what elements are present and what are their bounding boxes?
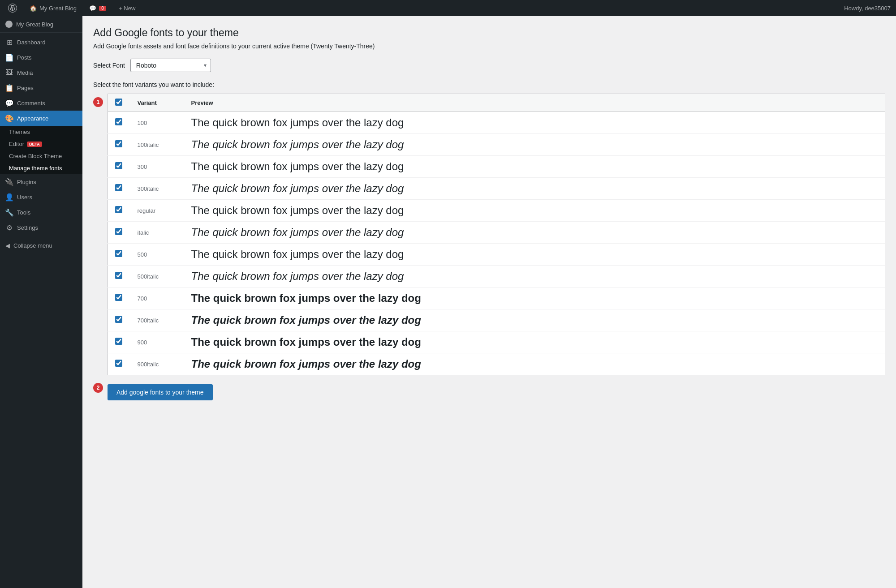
table-row: 100The quick brown fox jumps over the la…: [108, 112, 885, 134]
variant-preview-100italic: The quick brown fox jumps over the lazy …: [184, 134, 885, 156]
row-checkbox-cell: [108, 134, 130, 156]
row-checkbox-cell: [108, 288, 130, 309]
sidebar-item-settings[interactable]: ⚙ Settings: [0, 220, 82, 235]
page-subtitle: Add Google fonts assets and font face de…: [93, 43, 885, 50]
beta-badge: beta: [27, 142, 42, 147]
variant-name-100italic: 100italic: [130, 134, 184, 156]
site-name-bar[interactable]: 🏠 My Great Blog: [27, 0, 79, 16]
sidebar-item-manage-theme-fonts[interactable]: Manage theme fonts: [0, 162, 82, 174]
variant-checkbox-100italic[interactable]: [115, 140, 122, 147]
select-all-checkbox[interactable]: [115, 99, 122, 106]
comment-count-badge: 0: [99, 6, 106, 11]
sidebar-item-posts[interactable]: 📄 Posts: [0, 50, 82, 65]
submit-button[interactable]: Add google fonts to your theme: [108, 384, 213, 400]
editor-label: Editor: [9, 141, 24, 147]
admin-bar-left: 🏠 My Great Blog 💬 0 + New: [5, 0, 138, 16]
variant-checkbox-300italic[interactable]: [115, 184, 122, 191]
table-wrapper: Variant Preview 100The quick brown fox j…: [108, 94, 885, 375]
variants-label: Select the font variants you want to inc…: [93, 81, 885, 88]
select-font-label: Select Font: [93, 62, 125, 69]
table-section: 1 Variant Preview 100The quick br: [93, 94, 885, 375]
row-checkbox-cell: [108, 112, 130, 134]
variant-checkbox-500italic[interactable]: [115, 272, 122, 279]
variant-preview-500: The quick brown fox jumps over the lazy …: [184, 244, 885, 266]
variant-name-500italic: 500italic: [130, 266, 184, 288]
row-checkbox-cell: [108, 331, 130, 353]
wp-logo[interactable]: [5, 0, 20, 16]
manage-theme-fonts-label: Manage theme fonts: [9, 165, 62, 172]
table-header-row: Variant Preview: [108, 94, 885, 112]
row-checkbox-cell: [108, 178, 130, 200]
variants-table: Variant Preview 100The quick brown fox j…: [108, 94, 885, 375]
variant-preview-700: The quick brown fox jumps over the lazy …: [184, 288, 885, 309]
col-header-preview: Preview: [184, 94, 885, 112]
variant-checkbox-500[interactable]: [115, 250, 122, 257]
table-row: 500The quick brown fox jumps over the la…: [108, 244, 885, 266]
sidebar-item-editor[interactable]: Editor beta: [0, 138, 82, 150]
row-checkbox-cell: [108, 309, 130, 331]
sidebar-item-themes[interactable]: Themes: [0, 126, 82, 138]
row-checkbox-cell: [108, 266, 130, 288]
sidebar-item-label: Settings: [17, 224, 38, 231]
variant-preview-300italic: The quick brown fox jumps over the lazy …: [184, 178, 885, 200]
content-area: Add Google fonts to your theme Add Googl…: [82, 16, 896, 588]
variant-name-regular: regular: [130, 200, 184, 222]
col-header-variant: Variant: [130, 94, 184, 112]
row-checkbox-cell: [108, 156, 130, 178]
variant-checkbox-700[interactable]: [115, 294, 122, 301]
annotation-1: 1: [93, 97, 103, 107]
variant-name-300: 300: [130, 156, 184, 178]
main-layout: My Great Blog ⊞ Dashboard 📄 Posts 🖼 Medi…: [0, 16, 896, 588]
row-checkbox-cell: [108, 200, 130, 222]
users-icon: 👤: [5, 193, 13, 201]
variant-preview-500italic: The quick brown fox jumps over the lazy …: [184, 266, 885, 288]
new-content-bar[interactable]: + New: [116, 0, 138, 16]
sidebar-item-comments[interactable]: 💬 Comments: [0, 95, 82, 111]
row-checkbox-cell: [108, 353, 130, 375]
sidebar: My Great Blog ⊞ Dashboard 📄 Posts 🖼 Medi…: [0, 16, 82, 588]
sidebar-item-appearance[interactable]: 🎨 Appearance: [0, 111, 82, 126]
table-row: 900italicThe quick brown fox jumps over …: [108, 353, 885, 375]
sidebar-item-dashboard[interactable]: ⊞ Dashboard: [0, 34, 82, 50]
variant-name-900: 900: [130, 331, 184, 353]
create-block-theme-label: Create Block Theme: [9, 153, 62, 159]
sidebar-item-label: Posts: [17, 54, 32, 61]
table-row: 900The quick brown fox jumps over the la…: [108, 331, 885, 353]
collapse-label: Collapse menu: [13, 242, 52, 249]
howdy-text: Howdy, dee35007: [844, 5, 891, 12]
sidebar-item-label: Pages: [17, 85, 34, 91]
sidebar-item-tools[interactable]: 🔧 Tools: [0, 205, 82, 220]
sidebar-site-name[interactable]: My Great Blog: [0, 16, 82, 33]
variant-checkbox-300[interactable]: [115, 162, 122, 169]
table-row: 500italicThe quick brown fox jumps over …: [108, 266, 885, 288]
collapse-menu-button[interactable]: ◀ Collapse menu: [0, 239, 82, 253]
sidebar-item-pages[interactable]: 📋 Pages: [0, 80, 82, 95]
variant-preview-300: The quick brown fox jumps over the lazy …: [184, 156, 885, 178]
variant-checkbox-italic[interactable]: [115, 228, 122, 235]
dashboard-icon: ⊞: [5, 38, 13, 46]
themes-label: Themes: [9, 129, 30, 135]
variant-preview-700italic: The quick brown fox jumps over the lazy …: [184, 309, 885, 331]
variant-name-500: 500: [130, 244, 184, 266]
variant-checkbox-900italic[interactable]: [115, 360, 122, 367]
variant-name-700: 700: [130, 288, 184, 309]
variant-checkbox-900[interactable]: [115, 338, 122, 345]
variant-checkbox-100[interactable]: [115, 118, 122, 125]
font-select-wrapper: Roboto Open Sans Lato Montserrat Oswald …: [130, 59, 211, 72]
font-select[interactable]: Roboto Open Sans Lato Montserrat Oswald: [130, 59, 211, 72]
variant-preview-regular: The quick brown fox jumps over the lazy …: [184, 200, 885, 222]
variant-checkbox-700italic[interactable]: [115, 316, 122, 323]
sidebar-item-plugins[interactable]: 🔌 Plugins: [0, 174, 82, 189]
sidebar-item-users[interactable]: 👤 Users: [0, 189, 82, 205]
variant-name-900italic: 900italic: [130, 353, 184, 375]
variant-preview-italic: The quick brown fox jumps over the lazy …: [184, 222, 885, 244]
comments-bar[interactable]: 💬 0: [86, 0, 109, 16]
sidebar-item-media[interactable]: 🖼 Media: [0, 65, 82, 80]
variant-name-300italic: 300italic: [130, 178, 184, 200]
admin-bar: 🏠 My Great Blog 💬 0 + New Howdy, dee3500…: [0, 0, 896, 16]
variant-checkbox-regular[interactable]: [115, 206, 122, 213]
sidebar-item-create-block-theme[interactable]: Create Block Theme: [0, 150, 82, 162]
select-font-row: Select Font Roboto Open Sans Lato Montse…: [93, 59, 885, 72]
annotation-1-wrapper: 1: [93, 94, 103, 107]
table-row: 700The quick brown fox jumps over the la…: [108, 288, 885, 309]
